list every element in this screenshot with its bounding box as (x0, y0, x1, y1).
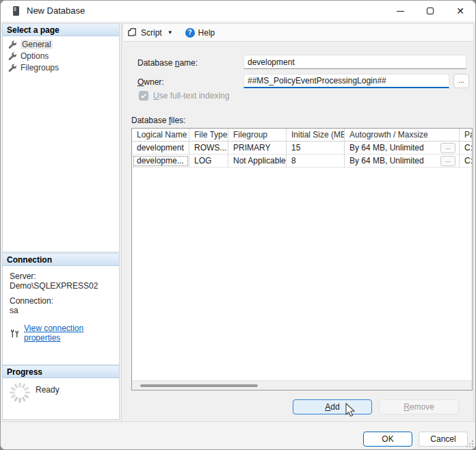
cell-autogrowth[interactable]: By 64 MB, Unlimited ... (345, 155, 460, 168)
sidebar-item-label: General (21, 40, 53, 49)
maximize-button[interactable] (415, 1, 445, 21)
close-button[interactable]: ✕ (445, 1, 475, 21)
new-database-dialog: New Database ✕ Select a page General Opt… (0, 0, 476, 450)
ok-button[interactable]: OK (363, 432, 412, 447)
cancel-button[interactable]: Cancel (419, 432, 468, 447)
horizontal-scrollbar[interactable] (132, 380, 472, 390)
title-bar: New Database ✕ (1, 1, 475, 21)
cell-filegroup[interactable]: PRIMARY (228, 142, 287, 155)
minimize-button[interactable] (385, 1, 415, 21)
column-header-initial-size: Initial Size (MB) (287, 129, 345, 142)
cell-path[interactable]: C: (460, 155, 473, 168)
wrench-icon (8, 52, 17, 61)
autogrowth-browse-button[interactable]: ... (440, 143, 455, 153)
progress-status: Ready (36, 385, 60, 395)
database-files-label: Database files: (131, 116, 185, 125)
table-row: development ROWS... PRIMARY 15 By 64 MB,… (132, 142, 473, 155)
help-icon: ? (185, 28, 195, 38)
sidebar-item-filegroups[interactable]: Filegroups (8, 62, 119, 73)
column-header-autogrowth: Autogrowth / Maxsize (345, 129, 460, 142)
resize-grip[interactable] (472, 446, 473, 447)
cell-autogrowth[interactable]: By 64 MB, Unlimited ... (345, 142, 460, 155)
autogrowth-browse-button[interactable]: ... (440, 156, 455, 166)
remove-button: Remove (379, 399, 459, 414)
connection-value: sa (10, 306, 119, 315)
minimize-icon (397, 11, 404, 12)
database-name-label: Database name: (137, 58, 198, 68)
database-name-input[interactable] (243, 55, 466, 69)
cell-initial-size[interactable]: 8 (287, 155, 345, 168)
column-header-logical-name: Logical Name (132, 129, 189, 142)
script-button[interactable]: Script ▼ (123, 25, 177, 40)
view-connection-properties-link[interactable]: View connection properties (24, 323, 119, 343)
cell-logical-name[interactable]: development (132, 142, 189, 155)
column-header-path: Path (460, 129, 473, 142)
window-title: New Database (27, 5, 85, 16)
cell-file-type[interactable]: ROWS... (189, 142, 228, 155)
cell-initial-size[interactable]: 15 (287, 142, 345, 155)
connection-header: Connection (3, 254, 119, 266)
script-label: Script (141, 28, 162, 38)
cell-file-type[interactable]: LOG (189, 155, 228, 168)
table-header-row: Logical Name File Type Filegroup Initial… (132, 129, 473, 142)
progress-spinner-icon (8, 381, 31, 404)
wrench-icon (8, 64, 17, 72)
wrench-icon (8, 40, 17, 49)
server-value: Demo\SQLEXPRESS02 (10, 281, 119, 291)
scrollbar-thumb[interactable] (140, 384, 258, 387)
mouse-cursor (345, 403, 357, 419)
column-header-filegroup: Filegroup (228, 129, 287, 142)
owner-input[interactable] (243, 74, 449, 88)
progress-header: Progress (3, 366, 119, 378)
toolbar: Script ▼ ? Help (122, 23, 474, 42)
maximize-icon (427, 8, 434, 14)
connection-label: Connection: (10, 296, 119, 306)
close-icon: ✕ (456, 6, 464, 16)
column-header-file-type: File Type (189, 129, 228, 142)
sidebar-item-general[interactable]: General (8, 39, 119, 50)
help-button[interactable]: ? Help (181, 25, 220, 40)
connection-properties-icon (10, 328, 20, 339)
owner-browse-button[interactable]: ... (453, 74, 469, 88)
sidebar-item-label: Options (21, 51, 49, 61)
script-icon (127, 27, 137, 38)
add-button[interactable]: Add (293, 399, 372, 414)
cell-logical-name[interactable]: developme... (132, 155, 189, 168)
sidebar-item-options[interactable]: Options (8, 51, 119, 62)
progress-panel: Progress (2, 365, 120, 420)
fulltext-label: Use full-text indexing (153, 91, 229, 101)
table-row: developme... LOG Not Applicable 8 By 64 … (132, 155, 473, 168)
sidebar-item-label: Filegroups (21, 63, 59, 72)
server-label: Server: (10, 272, 119, 281)
cell-filegroup[interactable]: Not Applicable (228, 155, 287, 168)
sidebar: Select a page General Options Filegroups… (1, 21, 122, 421)
general-page-content: Database name: Owner: ... Use full-text … (122, 42, 474, 421)
chevron-down-icon: ▼ (168, 29, 173, 36)
dialog-footer: OK Cancel (1, 421, 476, 450)
database-files-table: Logical Name File Type Filegroup Initial… (131, 128, 473, 391)
check-icon (140, 92, 147, 99)
page-tree: General Options Filegroups (3, 36, 119, 73)
cell-path[interactable]: C: (460, 142, 473, 155)
select-a-page-panel: Select a page General Options Filegroups (2, 23, 120, 252)
database-window-icon (10, 5, 21, 16)
connection-panel: Connection Server: Demo\SQLEXPRESS02 Con… (2, 253, 120, 365)
fulltext-checkbox (139, 91, 148, 101)
help-label: Help (198, 28, 215, 38)
select-a-page-header: Select a page (3, 24, 119, 36)
fulltext-checkbox-row: Use full-text indexing (139, 91, 229, 101)
owner-label: Owner: (137, 77, 164, 87)
